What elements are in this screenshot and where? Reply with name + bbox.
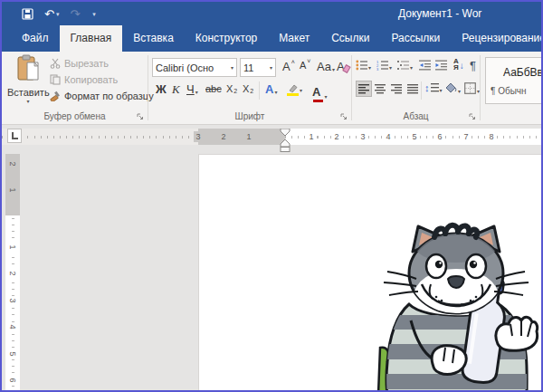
font-name-caret: ▾: [231, 64, 233, 71]
clipboard-group-label: Буфер обмена: [2, 111, 148, 121]
customize-qat-button[interactable]: ▾: [90, 11, 96, 17]
bullets-button[interactable]: ▾: [356, 60, 371, 71]
save-button[interactable]: [22, 8, 33, 20]
highlight-color-button[interactable]: ▾: [287, 81, 302, 93]
borders-icon: [464, 82, 476, 94]
superscript-button[interactable]: Х2: [243, 84, 253, 94]
ruler-number: 6: [7, 376, 18, 385]
increase-indent-icon: [435, 60, 447, 71]
tab-insert[interactable]: Вставка: [122, 25, 185, 52]
style-preview-text: АаБбВв: [486, 66, 543, 79]
decrease-indent-button[interactable]: [419, 60, 431, 71]
multilevel-list-button[interactable]: ▾: [397, 60, 413, 71]
word-window: ↶ ▾ ↷ ▾ Документ1 - Wor Файл Главная Вст…: [0, 0, 543, 392]
tab-mailings[interactable]: Рассылки: [380, 25, 451, 52]
ruler-left-margin: [198, 129, 285, 145]
ruler-number: 2: [7, 159, 18, 168]
numbering-button[interactable]: 1 2 3 ▾: [376, 60, 392, 71]
indent-markers[interactable]: [278, 129, 292, 152]
font-group-label: Шрифт: [148, 111, 351, 121]
format-painter-label: Формат по образцу: [64, 91, 154, 101]
styles-group: АаБбВв ¶ Обычн: [481, 52, 543, 124]
font-dialog-launcher[interactable]: [340, 113, 348, 120]
ruler-number: 1: [7, 186, 18, 195]
ruler-number: 2: [332, 131, 341, 142]
ribbon-tab-bar: Файл Главная Вставка Конструктор Макет С…: [2, 25, 541, 52]
ruler-number: 6: [435, 131, 444, 142]
document-title: Документ1 - Wor: [398, 7, 481, 20]
show-marks-button[interactable]: ¶: [470, 60, 476, 72]
ruler-number: 3: [7, 296, 18, 305]
tab-references[interactable]: Ссылки: [320, 25, 380, 52]
decrease-indent-icon: [419, 60, 431, 71]
tab-home[interactable]: Главная: [60, 25, 123, 52]
ruler-number: 4: [384, 131, 393, 142]
underline-button[interactable]: Ч ▾: [186, 83, 198, 95]
bullets-icon: [356, 60, 367, 71]
style-normal-card[interactable]: АаБбВв ¶ Обычн: [485, 57, 543, 104]
undo-dropdown-caret[interactable]: ▾: [56, 11, 60, 17]
sort-button[interactable]: А Я ↓: [453, 58, 464, 71]
shading-button[interactable]: ▾: [444, 82, 461, 94]
justify-button[interactable]: [407, 83, 418, 94]
borders-button[interactable]: ▾: [464, 82, 480, 94]
format-painter-button[interactable]: Формат по образцу: [50, 91, 154, 101]
align-right-button[interactable]: [391, 83, 402, 94]
undo-button[interactable]: ↶ ▾: [44, 8, 59, 20]
save-icon: [22, 8, 33, 20]
ruler-number: 4: [7, 322, 18, 331]
font-color-button[interactable]: А ▾: [312, 83, 327, 100]
align-right-icon: [391, 83, 402, 94]
paragraph-group: ▾ 1 2 3 ▾ ▾: [352, 52, 480, 124]
vertical-ruler[interactable]: 2 1 1 2 3 4 5 6: [5, 154, 20, 390]
shading-bucket-icon: [444, 82, 457, 94]
redo-button[interactable]: ↷: [70, 8, 80, 20]
cat-nose: [448, 276, 464, 288]
format-painter-icon: [50, 91, 61, 101]
numbering-icon: 1 2 3: [376, 60, 388, 71]
divider: [259, 81, 260, 100]
divider: [421, 81, 422, 100]
tab-layout[interactable]: Макет: [268, 25, 320, 52]
increase-indent-button[interactable]: [435, 60, 447, 71]
text-effects-button[interactable]: А ▾: [265, 83, 277, 95]
undo-icon: ↶: [44, 8, 54, 20]
change-case-button[interactable]: Аа ▾: [317, 61, 335, 72]
copy-icon: [50, 74, 61, 85]
shrink-font-button[interactable]: А ˅: [300, 61, 310, 71]
ruler-number: 2: [7, 269, 18, 278]
horizontal-ruler[interactable]: 3 2 1 1 2 3 4 5 6 7 8: [2, 129, 541, 145]
justify-icon: [407, 83, 418, 94]
tab-review[interactable]: Рецензирование: [451, 25, 541, 52]
align-left-icon: [358, 83, 369, 94]
paste-button[interactable]: Вставить ▾: [7, 54, 49, 110]
ruler-number: 7: [462, 131, 471, 142]
cut-button[interactable]: Вырезать: [50, 58, 109, 69]
paste-icon: [16, 54, 40, 81]
cut-icon: [50, 58, 61, 69]
font-name-select[interactable]: Calibri (Осно ▾: [152, 58, 237, 77]
paste-dropdown-caret[interactable]: ▾: [7, 98, 49, 104]
bold-button[interactable]: Ж: [156, 83, 167, 95]
redo-icon: ↷: [70, 8, 80, 20]
clipboard-dialog-launcher[interactable]: [137, 113, 144, 120]
font-size-caret: ▾: [270, 64, 272, 71]
copy-button[interactable]: Копировать: [50, 74, 118, 85]
tab-file[interactable]: Файл: [11, 25, 60, 52]
cat-image[interactable]: [376, 221, 539, 390]
font-group: Calibri (Осно ▾ 11 ▾ А ˄ А ˅ Аа ▾ А: [148, 52, 351, 124]
clear-formatting-button[interactable]: А: [337, 61, 349, 72]
line-spacing-button[interactable]: ↕ ▾: [424, 82, 443, 93]
tab-stop-selector[interactable]: [7, 129, 22, 143]
left-indent-marker: [281, 148, 290, 152]
paragraph-dialog-launcher[interactable]: [469, 113, 476, 120]
grow-font-button[interactable]: А ˄: [282, 61, 295, 72]
font-size-select[interactable]: 11 ▾: [240, 58, 276, 77]
ruler-number: 2: [219, 131, 228, 142]
italic-button[interactable]: К: [172, 83, 180, 95]
strikethrough-button[interactable]: abc: [205, 84, 222, 94]
align-center-button[interactable]: [375, 83, 386, 94]
subscript-button[interactable]: Х2: [226, 84, 237, 94]
align-left-button[interactable]: [357, 81, 371, 96]
tab-design[interactable]: Конструктор: [185, 25, 268, 52]
